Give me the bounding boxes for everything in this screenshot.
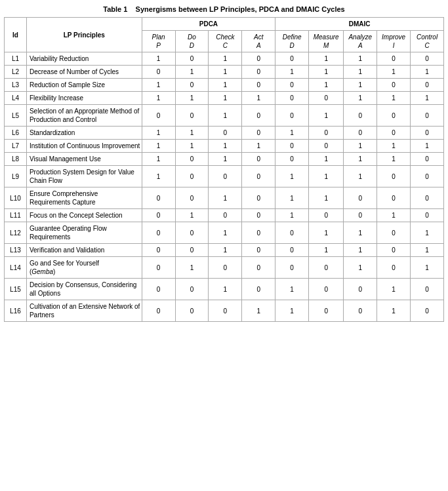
row-id: L12 [5,222,27,244]
table-title: Table 1 Synergisms between LP Principles… [4,5,444,13]
table-row: L15Decision by Consensus, Considering al… [5,279,444,300]
plan-header: PlanP [142,31,175,52]
row-id: L16 [5,300,27,322]
cell-value: 1 [344,66,377,79]
cell-value: 0 [175,244,209,257]
cell-value: 1 [344,222,377,244]
cell-value: 0 [411,187,444,209]
do-header: DoD [175,31,209,52]
cell-value: 1 [142,140,175,153]
cell-value: 1 [344,52,377,66]
lp-principle: Ensure Comprehensive Requirements Captur… [26,187,142,209]
cell-value: 0 [142,300,175,322]
cell-value: 1 [209,187,242,209]
cell-value: 1 [344,92,377,105]
cell-value: 0 [411,166,444,187]
cell-value: 0 [377,52,411,66]
cell-value: 1 [142,153,175,166]
cell-value: 0 [142,257,175,279]
cell-value: 0 [142,66,175,79]
lp-principle: Production System Design for Value Chain… [26,166,142,187]
cell-value: 1 [309,187,344,209]
cell-value: 0 [242,209,275,222]
lp-principle: Decrease of Number of Cycles [26,66,142,79]
row-id: L2 [5,66,27,79]
cell-value: 1 [344,166,377,187]
cell-value: 0 [209,257,242,279]
table-row: L16Cultivation of an Extensive Network o… [5,300,444,322]
cell-value: 0 [275,257,309,279]
cell-value: 1 [309,153,344,166]
cell-value: 1 [275,300,309,322]
table-row: L13Verification and Validation001001101 [5,244,444,257]
cell-value: 1 [377,66,411,79]
lp-principle: Visual Management Use [26,153,142,166]
table-row: L6Standardization110010000 [5,127,444,140]
cell-value: 0 [309,140,344,153]
pdca-header: PDCA [142,18,275,31]
table-row: L11Focus on the Concept Selection0100100… [5,209,444,222]
cell-value: 0 [242,166,275,187]
row-id: L4 [5,92,27,105]
cell-value: 1 [411,257,444,279]
row-id: L8 [5,153,27,166]
page: Table 1 Synergisms between LP Principles… [0,0,448,327]
cell-value: 0 [175,79,209,92]
lp-principle: Reduction of Sample Size [26,79,142,92]
cell-value: 1 [175,140,209,153]
cell-value: 0 [242,52,275,66]
cell-value: 1 [344,244,377,257]
row-id: L15 [5,279,27,300]
row-id: L14 [5,257,27,279]
cell-value: 0 [175,153,209,166]
cell-value: 1 [275,209,309,222]
cell-value: 0 [344,187,377,209]
lp-principle: Focus on the Concept Selection [26,209,142,222]
cell-value: 1 [209,153,242,166]
cell-value: 0 [344,279,377,300]
cell-value: 1 [142,127,175,140]
cell-value: 0 [142,244,175,257]
cell-value: 0 [175,222,209,244]
cell-value: 1 [275,127,309,140]
lp-principle: Verification and Validation [26,244,142,257]
header-row-main: Id LP Principles PDCA DMAIC [5,18,444,31]
table-row: L10Ensure Comprehensive Requirements Cap… [5,187,444,209]
table-row: L5Selection of an Appropriate Method of … [5,105,444,127]
cell-value: 1 [411,66,444,79]
cell-value: 1 [209,140,242,153]
cell-value: 1 [175,257,209,279]
main-table: Id LP Principles PDCA DMAIC PlanP DoD Ch… [4,17,444,322]
cell-value: 0 [275,92,309,105]
cell-value: 1 [377,140,411,153]
cell-value: 0 [242,222,275,244]
act-header: ActA [242,31,275,52]
table-row: L7Institution of Continuous Improvement1… [5,140,444,153]
cell-value: 1 [242,92,275,105]
cell-value: 1 [209,66,242,79]
cell-value: 1 [209,222,242,244]
cell-value: 0 [275,222,309,244]
cell-value: 0 [309,127,344,140]
cell-value: 0 [275,244,309,257]
cell-value: 1 [344,153,377,166]
cell-value: 0 [175,279,209,300]
lp-principle: Cultivation of an Extensive Network of P… [26,300,142,322]
cell-value: 1 [309,105,344,127]
cell-value: 1 [377,279,411,300]
cell-value: 0 [209,166,242,187]
cell-value: 0 [411,300,444,322]
row-id: L5 [5,105,27,127]
lp-principle: Standardization [26,127,142,140]
cell-value: 1 [377,153,411,166]
cell-value: 0 [209,300,242,322]
cell-value: 1 [344,140,377,153]
cell-value: 0 [411,105,444,127]
table-row: L9Production System Design for Value Cha… [5,166,444,187]
cell-value: 0 [411,153,444,166]
cell-value: 0 [175,300,209,322]
table-row: L2Decrease of Number of Cycles011011111 [5,66,444,79]
cell-value: 0 [142,279,175,300]
cell-value: 1 [377,209,411,222]
cell-value: 0 [377,105,411,127]
